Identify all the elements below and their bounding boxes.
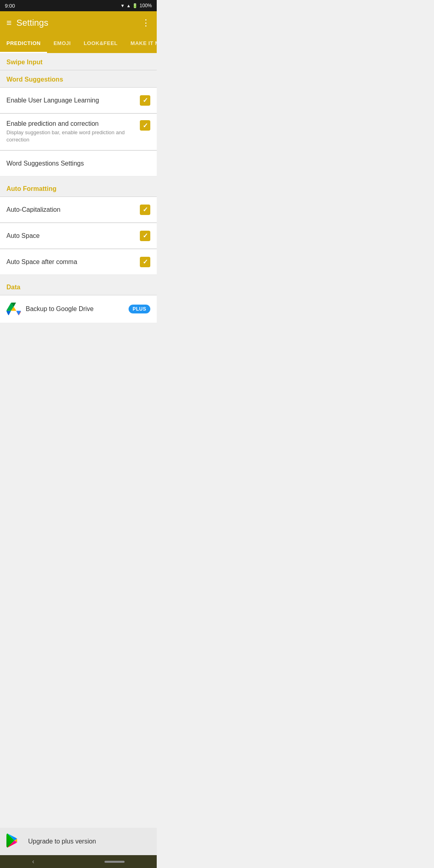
setting-auto-capitalization[interactable]: Auto-Capitalization — [0, 197, 157, 223]
word-suggestions-header: Word Suggestions — [0, 70, 157, 87]
auto-space-checkbox[interactable] — [140, 231, 150, 241]
setting-auto-space-comma[interactable]: Auto Space after comma — [0, 249, 157, 275]
status-bar: 9:00 ▼ ▲ 🔋 100% — [0, 0, 157, 11]
hamburger-icon[interactable]: ≡ — [6, 18, 12, 27]
tab-look-feel[interactable]: LOOK&FEEL — [77, 35, 124, 53]
word-suggestions-settings-title: Word Suggestions Settings — [6, 160, 145, 167]
auto-cap-checkbox[interactable] — [140, 205, 150, 215]
prediction-subtitle: Display suggestion bar, enable word pred… — [6, 129, 135, 143]
tab-bar: PREDICTION EMOJI LOOK&FEEL MAKE IT MINE … — [0, 35, 157, 53]
language-learning-checkbox[interactable] — [140, 95, 150, 106]
setting-word-suggestions-settings[interactable]: Word Suggestions Settings — [0, 151, 157, 176]
setting-backup-google-drive[interactable]: Backup to Google Drive PLUS — [0, 295, 157, 323]
gap-1 — [0, 176, 157, 180]
auto-cap-title: Auto-Capitalization — [6, 206, 135, 213]
tab-make-it-mine[interactable]: MAKE IT MINE — [124, 35, 157, 53]
wifi-icon: ▼ — [121, 3, 125, 8]
app-bar: ≡ Settings ⋮ — [0, 11, 157, 35]
prediction-checkbox[interactable] — [140, 120, 150, 131]
auto-formatting-header: Auto Formatting — [0, 180, 157, 197]
setting-auto-space[interactable]: Auto Space — [0, 223, 157, 249]
auto-space-comma-title: Auto Space after comma — [6, 258, 135, 266]
plus-badge: PLUS — [129, 305, 150, 313]
time: 9:00 — [5, 3, 15, 9]
battery-icon: 🔋 — [132, 3, 138, 8]
setting-prediction-correction[interactable]: Enable prediction and correction Display… — [0, 114, 157, 150]
tab-emoji[interactable]: EMOJI — [47, 35, 77, 53]
google-drive-icon — [6, 302, 21, 316]
more-options-icon[interactable]: ⋮ — [141, 18, 150, 28]
prediction-title: Enable prediction and correction — [6, 120, 135, 127]
bottom-spacer — [0, 323, 157, 355]
setting-language-learning[interactable]: Enable User Language Learning — [0, 88, 157, 113]
data-header: Data — [0, 278, 157, 295]
content: Swipe Input Word Suggestions Enable User… — [0, 53, 157, 355]
language-learning-title: Enable User Language Learning — [6, 97, 135, 104]
tab-prediction[interactable]: PREDICTION — [0, 35, 47, 53]
battery-percent: 100% — [139, 3, 152, 8]
status-icons: ▼ ▲ 🔋 100% — [121, 3, 152, 8]
gap-2 — [0, 275, 157, 278]
signal-icon: ▲ — [126, 3, 131, 8]
auto-space-comma-checkbox[interactable] — [140, 257, 150, 267]
app-title: Settings — [16, 18, 49, 28]
auto-space-title: Auto Space — [6, 232, 135, 240]
backup-drive-title: Backup to Google Drive — [26, 305, 94, 313]
swipe-input-header: Swipe Input — [0, 53, 157, 70]
app-bar-left: ≡ Settings — [6, 18, 48, 28]
